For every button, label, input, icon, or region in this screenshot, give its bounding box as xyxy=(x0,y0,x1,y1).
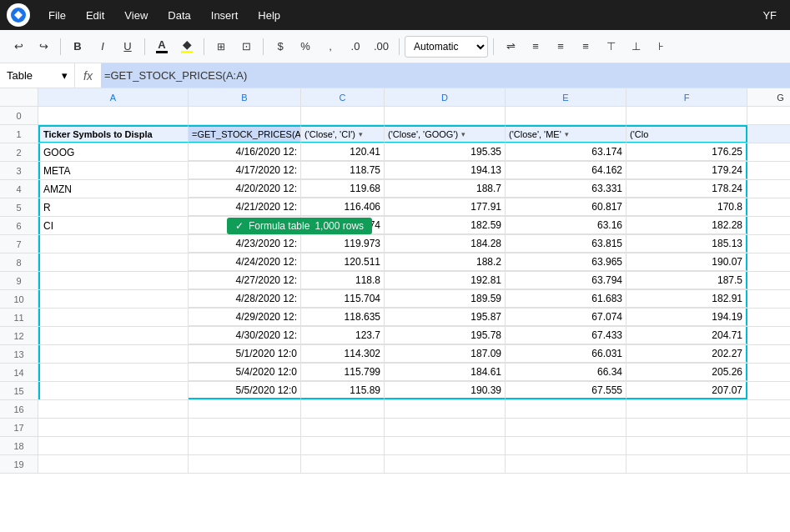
cell-4-C[interactable]: 119.68 xyxy=(301,180,385,198)
cell-0-A[interactable] xyxy=(38,107,189,124)
cell-11-G[interactable] xyxy=(747,309,790,326)
cell-12-E[interactable]: 67.433 xyxy=(506,327,626,344)
cell-5-D[interactable]: 177.91 xyxy=(385,198,506,216)
cell-3-F[interactable]: 179.24 xyxy=(626,162,747,179)
cell-4-E[interactable]: 63.331 xyxy=(506,180,626,198)
cell-2-C[interactable]: 120.41 xyxy=(301,143,385,161)
cell-7-B[interactable]: 4/23/2020 12: xyxy=(189,235,301,253)
cell-14-G[interactable] xyxy=(747,364,790,381)
formula-input[interactable] xyxy=(101,63,790,88)
cell-19-G[interactable] xyxy=(747,455,790,473)
font-color-button[interactable]: A xyxy=(150,35,174,58)
cell-15-A[interactable] xyxy=(38,382,189,399)
cell-5-C[interactable]: 116.406 xyxy=(301,198,385,216)
cell-7-G[interactable] xyxy=(747,235,790,253)
cell-10-E[interactable]: 61.683 xyxy=(506,290,626,308)
align-top-button[interactable]: ⊤ xyxy=(599,35,622,58)
cell-0-B[interactable] xyxy=(189,107,301,124)
wrap-icon-button[interactable]: ⇌ xyxy=(499,35,522,58)
menu-help[interactable]: Help xyxy=(249,6,289,25)
decrease-decimal-button[interactable]: .0 xyxy=(344,35,367,58)
align-center-button[interactable]: ≡ xyxy=(549,35,572,58)
cell-19-D[interactable] xyxy=(385,455,506,473)
borders-button[interactable]: ⊞ xyxy=(209,35,233,58)
cell-7-F[interactable]: 185.13 xyxy=(626,235,747,253)
cell-5-F[interactable]: 170.8 xyxy=(626,198,747,216)
cell-13-F[interactable]: 202.27 xyxy=(626,345,747,363)
cell-16-D[interactable] xyxy=(385,400,506,418)
cell-18-D[interactable] xyxy=(385,437,506,454)
cell-0-G[interactable] xyxy=(747,107,790,124)
cell-16-A[interactable] xyxy=(38,400,189,418)
cell-16-C[interactable] xyxy=(301,400,385,418)
cell-4-G[interactable] xyxy=(747,180,790,198)
cell-2-A[interactable]: GOOG xyxy=(38,143,189,161)
cell-4-D[interactable]: 188.7 xyxy=(385,180,506,198)
cell-17-B[interactable] xyxy=(189,419,301,436)
cell-2-D[interactable]: 195.35 xyxy=(385,143,506,161)
cell-1-G[interactable] xyxy=(747,125,790,143)
cell-14-D[interactable]: 184.61 xyxy=(385,364,506,381)
cell-18-G[interactable] xyxy=(747,437,790,454)
cell-11-B[interactable]: 4/29/2020 12: xyxy=(189,309,301,326)
cell-15-C[interactable]: 115.89 xyxy=(301,382,385,399)
cell-9-F[interactable]: 187.5 xyxy=(626,272,747,289)
cell-8-A[interactable] xyxy=(38,253,189,271)
col-E-dropdown[interactable]: ▾ xyxy=(565,130,569,138)
cell-1-A[interactable]: Ticker Symbols to Displa xyxy=(38,125,189,143)
cell-3-B[interactable]: 4/17/2020 12: xyxy=(189,162,301,179)
cell-17-G[interactable] xyxy=(747,419,790,436)
cell-8-D[interactable]: 188.2 xyxy=(385,253,506,271)
cell-14-B[interactable]: 5/4/2020 12:0 xyxy=(189,364,301,381)
cell-7-A[interactable] xyxy=(38,235,189,253)
cell-18-A[interactable] xyxy=(38,437,189,454)
cell-5-A[interactable]: R xyxy=(38,198,189,216)
cell-9-G[interactable] xyxy=(747,272,790,289)
menu-file[interactable]: File xyxy=(40,6,74,25)
cell-name-dropdown[interactable]: ▾ xyxy=(62,69,68,82)
col-header-D[interactable]: D xyxy=(385,88,506,106)
cell-13-B[interactable]: 5/1/2020 12:0 xyxy=(189,345,301,363)
cell-16-G[interactable] xyxy=(747,400,790,418)
cell-2-E[interactable]: 63.174 xyxy=(506,143,626,161)
cell-4-B[interactable]: 4/20/2020 12: xyxy=(189,180,301,198)
cell-0-F[interactable] xyxy=(626,107,747,124)
cell-12-G[interactable] xyxy=(747,327,790,344)
bold-button[interactable]: B xyxy=(66,35,89,58)
cell-7-E[interactable]: 63.815 xyxy=(506,235,626,253)
cell-10-B[interactable]: 4/28/2020 12: xyxy=(189,290,301,308)
cell-7-D[interactable]: 184.28 xyxy=(385,235,506,253)
col-D-dropdown[interactable]: ▾ xyxy=(461,130,465,138)
cell-6-D[interactable]: 182.59 xyxy=(385,217,506,234)
cell-6-G[interactable] xyxy=(747,217,790,234)
cell-14-A[interactable] xyxy=(38,364,189,381)
cell-11-D[interactable]: 195.87 xyxy=(385,309,506,326)
cell-3-A[interactable]: META xyxy=(38,162,189,179)
cell-15-G[interactable] xyxy=(747,382,790,399)
cell-4-A[interactable]: AMZN xyxy=(38,180,189,198)
cell-15-E[interactable]: 67.555 xyxy=(506,382,626,399)
cell-12-F[interactable]: 204.71 xyxy=(626,327,747,344)
cell-0-C[interactable] xyxy=(301,107,385,124)
cell-8-F[interactable]: 190.07 xyxy=(626,253,747,271)
italic-button[interactable]: I xyxy=(91,35,114,58)
cell-11-C[interactable]: 118.635 xyxy=(301,309,385,326)
cell-10-C[interactable]: 115.704 xyxy=(301,290,385,308)
col-C-dropdown[interactable]: ▾ xyxy=(359,130,363,138)
cell-18-F[interactable] xyxy=(626,437,747,454)
cell-1-D[interactable]: ('Close', 'GOOG') ▾ xyxy=(385,125,506,143)
cell-14-E[interactable]: 66.34 xyxy=(506,364,626,381)
col-header-B[interactable]: B xyxy=(189,88,301,106)
cell-17-F[interactable] xyxy=(626,419,747,436)
cell-0-D[interactable] xyxy=(385,107,506,124)
cell-10-A[interactable] xyxy=(38,290,189,308)
cell-6-F[interactable]: 182.28 xyxy=(626,217,747,234)
cell-7-C[interactable]: 119.973 xyxy=(301,235,385,253)
cell-11-E[interactable]: 67.074 xyxy=(506,309,626,326)
cell-19-E[interactable] xyxy=(506,455,626,473)
cell-18-B[interactable] xyxy=(189,437,301,454)
cell-19-F[interactable] xyxy=(626,455,747,473)
currency-button[interactable]: $ xyxy=(269,35,292,58)
cell-9-D[interactable]: 192.81 xyxy=(385,272,506,289)
cell-14-F[interactable]: 205.26 xyxy=(626,364,747,381)
